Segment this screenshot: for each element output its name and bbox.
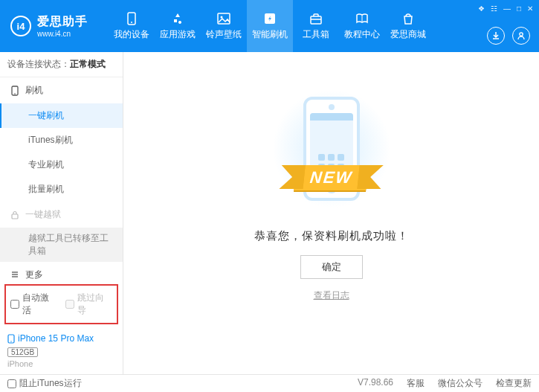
svg-point-8 [520,33,523,36]
nav-apps[interactable]: 应用游戏 [155,0,201,52]
apps-icon [170,12,185,25]
version-label: V7.98.66 [358,377,393,390]
svg-rect-2 [218,13,230,24]
success-illustration: NEW [265,82,398,216]
download-button[interactable] [487,27,505,45]
sidebar-item-pro[interactable]: 专业刷机 [0,152,123,177]
toolbox-icon [309,12,323,25]
bag-icon [401,12,416,25]
device-icon [7,334,15,344]
logo-icon: i4 [10,16,31,36]
device-type: iPhone [7,359,115,368]
sidebar-item-itunes[interactable]: iTunes刷机 [0,128,123,152]
sidebar-item-batch[interactable]: 批量刷机 [0,177,123,202]
checkbox-auto-activate[interactable]: 自动激活 [10,292,58,317]
close-icon[interactable]: ✕ [527,4,533,13]
svg-point-1 [131,22,132,23]
footer-link-support[interactable]: 客服 [407,377,425,390]
svg-point-16 [10,341,11,341]
section-flash[interactable]: 刷机 [0,77,123,103]
phone-icon [10,86,19,96]
view-log-link[interactable]: 查看日志 [314,289,349,302]
svg-point-10 [14,93,16,94]
checkbox-skip-setup[interactable]: 跳过向导 [65,292,113,317]
device-info[interactable]: iPhone 15 Pro Max 512GB iPhone [0,329,123,374]
image-icon [216,12,231,25]
book-icon [355,12,369,25]
nav-ringtones[interactable]: 铃声壁纸 [201,0,247,52]
nav-store[interactable]: 爱思商城 [385,0,431,52]
brand-name: 爱思助手 [37,14,88,30]
sidebar: 设备连接状态：正常模式 刷机 一键刷机 iTunes刷机 专业刷机 批量刷机 一… [0,52,123,374]
svg-rect-5 [311,16,321,24]
lock-icon [10,211,19,219]
ok-button[interactable]: 确定 [300,255,363,279]
section-more[interactable]: 更多 [0,262,123,280]
footer-link-update[interactable]: 检查更新 [496,377,532,390]
device-icon [124,12,139,25]
user-button[interactable] [512,27,530,45]
brand-url: www.i4.cn [37,30,88,38]
nav-my-device[interactable]: 我的设备 [109,0,155,52]
nav-flash[interactable]: 智能刷机 [247,0,293,52]
checkbox-block-itunes[interactable]: 阻止iTunes运行 [7,377,82,390]
grid-icon[interactable]: ☷ [491,4,497,13]
storage-badge: 512GB [7,347,38,357]
nav-tutorials[interactable]: 教程中心 [339,0,385,52]
main-content: NEW 恭喜您，保资料刷机成功啦！ 确定 查看日志 [123,52,539,374]
window-controls: ❖ ☷ — □ ✕ [478,4,533,13]
status-bar: 阻止iTunes运行 V7.98.66 客服 微信公众号 检查更新 [0,374,539,392]
minimize-icon[interactable]: — [503,4,511,13]
top-nav: 我的设备 应用游戏 铃声壁纸 智能刷机 工具箱 教程中心 爱思商城 [109,0,431,52]
success-message: 恭喜您，保资料刷机成功啦！ [254,229,409,243]
nav-toolbox[interactable]: 工具箱 [293,0,339,52]
footer-link-wechat[interactable]: 微信公众号 [438,377,482,390]
options-highlight-box: 自动激活 跳过向导 [4,284,118,324]
app-header: i4 爱思助手 www.i4.cn 我的设备 应用游戏 铃声壁纸 智能刷机 工具… [0,0,539,52]
new-ribbon: NEW [294,165,369,190]
list-icon [10,270,19,279]
jailbreak-note: 越狱工具已转移至工具箱 [0,228,123,262]
svg-rect-11 [12,214,18,219]
maximize-icon[interactable]: □ [517,4,521,13]
app-logo: i4 爱思助手 www.i4.cn [10,14,88,38]
flash-icon [262,12,277,25]
settings-icon[interactable]: ❖ [478,4,485,13]
section-jailbreak: 一键越狱 [0,202,123,228]
sidebar-item-oneclick[interactable]: 一键刷机 [0,103,123,128]
connection-status: 设备连接状态：正常模式 [0,52,123,77]
